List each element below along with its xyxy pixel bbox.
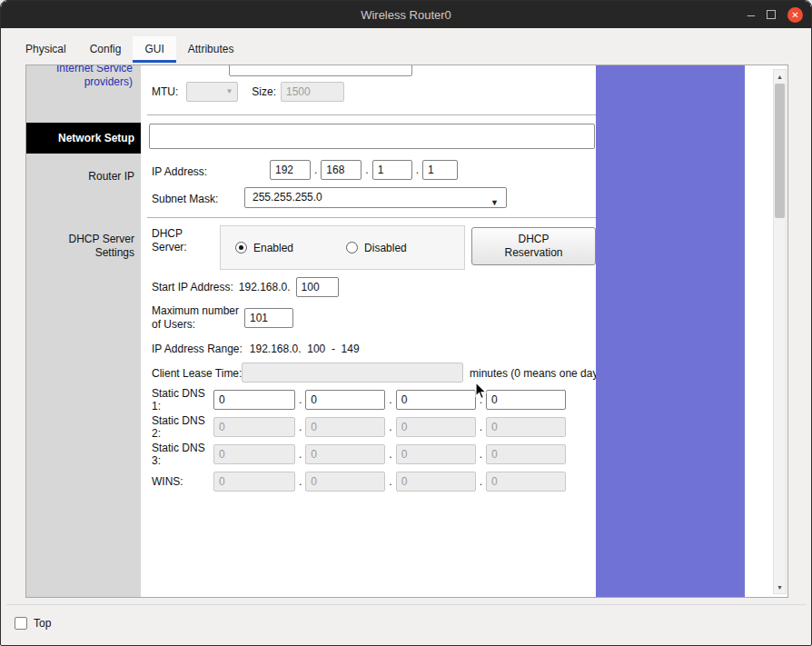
subnet-mask-value: 255.255.255.0 (253, 191, 322, 204)
dhcp-reservation-button[interactable]: DHCP Reservation (471, 227, 596, 265)
top-checkbox-row: Top (15, 617, 51, 630)
start-ip-prefix: 192.168.0. (239, 281, 291, 293)
wins-label: WINS: (152, 475, 213, 488)
wireless-router-window: Wireless Router0 – ✕ Physical Config GUI… (0, 0, 812, 646)
dns3-octet-4 (486, 444, 566, 464)
octet-separator: . (299, 393, 302, 406)
tab-attributes[interactable]: Attributes (176, 36, 246, 63)
scroll-down-icon: ▼ (777, 584, 783, 591)
network-setup-form: MTU: ▼ Size: IP Address: . . . Subnet Ma… (141, 65, 596, 597)
tab-physical[interactable]: Physical (14, 36, 78, 63)
vertical-scrollbar[interactable]: ▲ ▼ (773, 69, 787, 594)
wins-octet-3 (396, 472, 476, 492)
octet-separator: . (299, 475, 302, 488)
chevron-down-icon: ▼ (490, 194, 499, 213)
dns3-octet-2 (305, 444, 385, 464)
size-label: Size: (252, 85, 276, 98)
octet-separator: . (365, 164, 368, 176)
gui-sidebar: Internet Service providers) Network Setu… (26, 65, 141, 597)
mtu-label: MTU: (152, 85, 178, 98)
wins-row: WINS: . . . (152, 472, 566, 492)
top-checkbox-label: Top (34, 617, 51, 630)
max-users-field[interactable] (244, 308, 293, 328)
ip-octet-4[interactable] (422, 160, 458, 180)
octet-separator: . (480, 393, 482, 406)
lease-time-field (242, 363, 463, 383)
octet-separator: . (389, 475, 391, 488)
top-checkbox[interactable] (15, 617, 27, 630)
static-dns1-row: Static DNS 1: . . . (152, 390, 566, 410)
ip-range-label: IP Address Range: (152, 343, 243, 355)
footer-divider (6, 604, 806, 605)
static-dns3-label: Static DNS 3: (152, 442, 213, 467)
start-ip-row: Start IP Address: 192.168.0. (152, 277, 339, 297)
ip-range-value: 192.168.0. 100 - 149 (250, 343, 360, 355)
dhcp-enabled-radio[interactable] (235, 242, 247, 253)
dns1-octet-2[interactable] (305, 390, 385, 410)
sidebar-item-network-setup[interactable]: Network Setup (26, 123, 141, 154)
tab-config[interactable]: Config (78, 36, 134, 63)
octet-separator: . (299, 448, 302, 461)
clipped-top-input[interactable] (229, 65, 412, 76)
maximize-icon[interactable] (767, 10, 776, 19)
octet-separator: . (480, 475, 482, 488)
sidebar-item-dhcp-settings[interactable]: DHCP Server Settings (69, 233, 134, 260)
mtu-dropdown: ▼ (186, 82, 238, 102)
dns3-octet-3 (396, 444, 476, 464)
octet-separator: . (389, 448, 391, 461)
dns2-octet-2 (305, 417, 385, 437)
close-icon: ✕ (791, 10, 798, 20)
scroll-down-button[interactable]: ▼ (774, 581, 786, 593)
minimize-button[interactable]: – (748, 10, 755, 19)
octet-separator: . (299, 421, 302, 433)
gui-page-frame: Internet Service providers) Network Setu… (25, 65, 788, 598)
scroll-up-button[interactable]: ▲ (774, 70, 786, 83)
dhcp-server-label: DHCP Server: (152, 227, 187, 254)
start-ip-label: Start IP Address: (152, 281, 233, 293)
ip-range-row: IP Address Range: 192.168.0. 100 - 149 (152, 343, 360, 355)
divider (147, 114, 596, 115)
octet-separator: . (389, 393, 391, 406)
close-button[interactable]: ✕ (787, 7, 803, 23)
static-dns2-label: Static DNS 2: (152, 414, 213, 440)
wins-octet-2 (305, 472, 385, 492)
dhcp-radio-group: Enabled Disabled (220, 225, 465, 270)
divider (147, 217, 596, 218)
subnet-mask-dropdown[interactable]: 255.255.255.0 ▼ (244, 187, 507, 208)
static-dns2-row: Static DNS 2: . . . (152, 417, 566, 437)
lease-time-label: Client Lease Time: (152, 367, 242, 380)
max-users-label: Maximum number of Users: (152, 304, 239, 332)
tab-gui[interactable]: GUI (133, 36, 175, 63)
scrollbar-thumb[interactable] (775, 84, 785, 218)
dns2-octet-4 (486, 417, 566, 437)
lease-time-suffix: minutes (0 means one day) (470, 367, 601, 380)
octet-separator: . (416, 164, 419, 176)
dhcp-disabled-radio[interactable] (346, 242, 358, 253)
static-dns1-label: Static DNS 1: (152, 387, 213, 412)
ip-octet-3[interactable] (372, 160, 412, 180)
octet-separator: . (389, 421, 391, 433)
mtu-row: MTU: ▼ Size: (152, 82, 344, 102)
tab-bar: Physical Config GUI Attributes (14, 36, 245, 63)
titlebar[interactable]: Wireless Router0 – ✕ (1, 1, 811, 28)
sidebar-item-router-ip[interactable]: Router IP (88, 170, 134, 184)
octet-separator: . (314, 164, 317, 176)
subnet-mask-label: Subnet Mask: (152, 193, 218, 205)
dns2-octet-1 (213, 417, 295, 437)
dns3-octet-1 (213, 444, 295, 464)
wins-octet-4 (486, 472, 566, 492)
start-ip-field[interactable] (296, 277, 339, 297)
router-name-field[interactable] (149, 124, 595, 149)
dns1-octet-4[interactable] (486, 390, 566, 410)
dns1-octet-3[interactable] (396, 390, 476, 410)
ip-address-label: IP Address: (152, 165, 207, 178)
ip-octet-2[interactable] (321, 160, 361, 180)
dns2-octet-3 (396, 417, 476, 437)
ip-octet-1[interactable] (270, 160, 311, 180)
window-title: Wireless Router0 (361, 8, 451, 22)
sidebar-clipped-text: Internet Service providers) (56, 65, 133, 89)
dns1-octet-1[interactable] (213, 390, 295, 410)
octet-separator: . (480, 448, 482, 461)
router-ip-octets: . . . (270, 160, 458, 180)
static-dns3-row: Static DNS 3: . . . (152, 444, 566, 464)
